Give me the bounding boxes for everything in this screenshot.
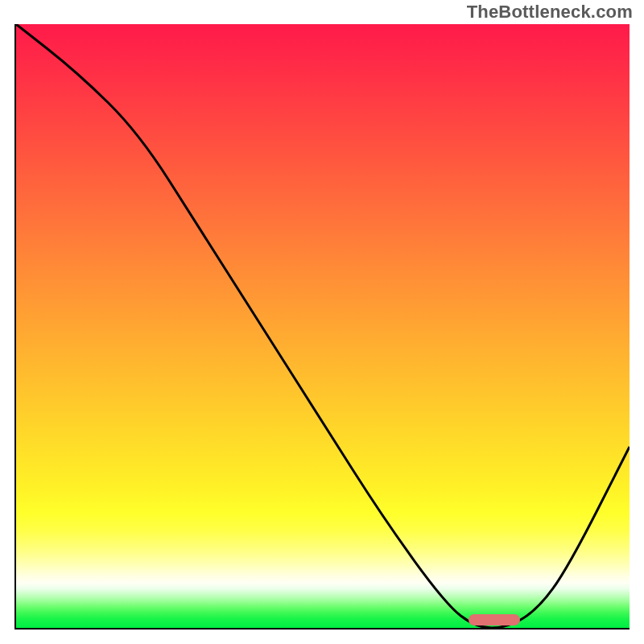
- curve-path: [16, 24, 630, 628]
- watermark-text: TheBottleneck.com: [467, 2, 633, 23]
- optimal-range-marker: [469, 614, 521, 625]
- bottleneck-curve: [16, 24, 630, 628]
- bottleneck-chart: [14, 24, 630, 630]
